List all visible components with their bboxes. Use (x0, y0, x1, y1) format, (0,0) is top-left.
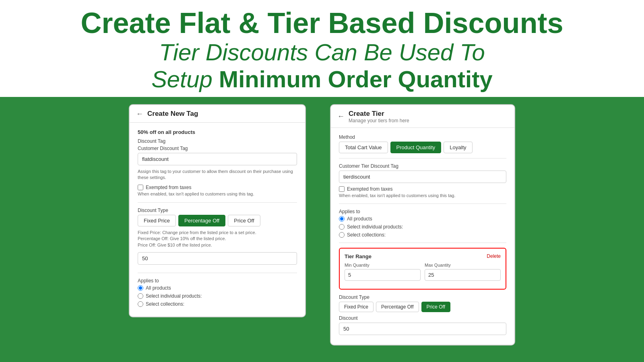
max-qty-input[interactable] (425, 269, 501, 281)
price-off-btn[interactable]: Price Off (228, 215, 260, 226)
right-radio-all-products-input[interactable] (339, 216, 345, 222)
customer-discount-tag-label: Customer Discount Tag (138, 146, 297, 151)
fixed-price-btn[interactable]: Fixed Price (138, 215, 176, 226)
max-qty-label: Max Quantity (425, 263, 501, 267)
right-panel-title: Create Tier (349, 110, 409, 118)
desc-1: Fixed Price: Change price from the liste… (138, 230, 256, 235)
right-panel-title-group: Create Tier Manage your tiers from here (349, 110, 409, 123)
left-panel-header: ← Create New Tag (130, 105, 305, 123)
right-radio-individual-input[interactable] (339, 224, 345, 230)
right-exempted-helper: When enabled, tax isn't applied to custo… (339, 193, 506, 199)
tier-range-header: Tier Range Delete (345, 253, 501, 259)
desc-3: Price Off: Give $10 off the listed price… (138, 243, 212, 247)
tag-helper-text: Assign this tag to your customer to allo… (138, 169, 297, 181)
right-radio-collections-label: Select collections: (347, 232, 386, 238)
exempted-helper: When enabled, tax isn't applied to custo… (138, 191, 297, 197)
right-panel-subtitle: Manage your tiers from here (349, 118, 409, 123)
header-section: Create Flat & Tier Based Discounts Tier … (0, 0, 644, 97)
right-divider-2 (339, 204, 506, 204)
discount-value-input[interactable] (138, 252, 297, 265)
left-panel: ← Create New Tag 50% off on all products… (129, 104, 306, 317)
discount-descriptions: Fixed Price: Change price from the liste… (138, 230, 297, 248)
tier-discount-type-label: Discount Type (339, 294, 506, 300)
discount-type-label: Discount Type (138, 208, 297, 213)
right-radio-collections-input[interactable] (339, 232, 345, 238)
tier-range-title: Tier Range (345, 253, 372, 259)
customer-tier-input[interactable] (339, 171, 506, 183)
loyalty-btn[interactable]: Loyalty (444, 142, 472, 153)
radio-collections: Select collections: (138, 301, 297, 307)
right-divider-3 (339, 243, 506, 243)
tag-section-title: 50% off on all products (138, 129, 297, 135)
right-radio-individual: Select individual products: (339, 224, 506, 230)
panels-row: ← Create New Tag 50% off on all products… (0, 97, 644, 362)
radio-collections-input[interactable] (138, 301, 143, 307)
total-cart-value-btn[interactable]: Total Cart Value (339, 142, 388, 153)
method-buttons: Total Cart Value Product Quantity Loyalt… (339, 142, 506, 153)
customer-discount-tag-input[interactable] (138, 153, 297, 165)
left-back-arrow[interactable]: ← (136, 110, 143, 118)
radio-all-products: All products (138, 285, 297, 291)
right-exempted-row: Exempted from taxes (339, 186, 506, 192)
radio-all-products-label: All products (146, 285, 171, 291)
right-applies-to-label: Applies to (339, 209, 506, 214)
right-radio-all-products: All products (339, 216, 506, 222)
right-exempted-label: Exempted from taxes (347, 186, 392, 192)
radio-individual-input[interactable] (138, 293, 143, 299)
main-container: Create Flat & Tier Based Discounts Tier … (0, 0, 644, 362)
right-exempted-checkbox[interactable] (339, 186, 345, 192)
percentage-off-btn[interactable]: Percentage Off (178, 215, 225, 226)
divider-1 (138, 202, 297, 203)
right-divider-1 (339, 158, 506, 158)
product-quantity-btn[interactable]: Product Quantity (390, 142, 442, 153)
discount-label: Discount (339, 315, 506, 321)
radio-individual: Select individual products: (138, 293, 297, 299)
left-panel-body: 50% off on all products Discount Tag Cus… (130, 123, 305, 317)
exempted-checkbox-row: Exempted from taxes (138, 185, 297, 190)
applies-to-label: Applies to (138, 278, 297, 284)
right-radio-all-products-label: All products (347, 216, 372, 222)
right-back-arrow[interactable]: ← (337, 112, 345, 121)
applies-to-radio-group: All products Select individual products:… (138, 285, 297, 307)
left-panel-title: Create New Tag (147, 110, 198, 118)
header-line3-bold: Minimum Order Quantity (219, 66, 493, 92)
tier-fixed-price-btn[interactable]: Fixed Price (339, 302, 374, 312)
right-panel: ← Create Tier Manage your tiers from her… (330, 104, 515, 346)
header-line2: Tier Discounts Can Be Used To (16, 39, 628, 66)
tier-discount-type-buttons: Fixed Price Percentage Off Price Off (339, 302, 506, 312)
header-line1: Create Flat & Tier Based Discounts (16, 7, 628, 39)
right-radio-individual-label: Select individual products: (347, 224, 403, 230)
header-line3-italic: Setup (151, 66, 219, 92)
max-qty-col: Max Quantity (425, 263, 501, 281)
right-panel-body: Method Total Cart Value Product Quantity… (331, 128, 514, 345)
min-qty-label: Min Quantity (345, 263, 421, 267)
discount-type-buttons: Fixed Price Percentage Off Price Off (138, 215, 297, 226)
radio-all-products-input[interactable] (138, 285, 143, 291)
header-line3: Setup Minimum Order Quantity (16, 66, 628, 93)
desc-2: Percentage Off: Give 10% off the listed … (138, 236, 226, 241)
min-qty-input[interactable] (345, 269, 421, 281)
discount-tag-label: Discount Tag (138, 138, 297, 144)
right-applies-to-radio-group: All products Select individual products:… (339, 216, 506, 238)
tier-discount-value-input[interactable] (339, 323, 506, 335)
tier-percentage-off-btn[interactable]: Percentage Off (376, 302, 419, 312)
exempted-checkbox[interactable] (138, 185, 143, 190)
method-label: Method (339, 134, 506, 140)
customer-tier-label: Customer Tier Discount Tag (339, 163, 506, 169)
exempted-label: Exempted from taxes (146, 185, 191, 190)
delete-link[interactable]: Delete (487, 253, 501, 259)
right-panel-header: ← Create Tier Manage your tiers from her… (331, 105, 514, 128)
right-radio-collections: Select collections: (339, 232, 506, 238)
tier-range-box: Tier Range Delete Min Quantity Max Quant… (339, 248, 506, 290)
radio-collections-label: Select collections: (146, 301, 184, 307)
radio-individual-label: Select individual products: (146, 293, 202, 299)
min-qty-col: Min Quantity (345, 263, 421, 281)
tier-price-off-btn[interactable]: Price Off (421, 302, 450, 312)
divider-2 (138, 273, 297, 273)
qty-row: Min Quantity Max Quantity (345, 263, 501, 281)
